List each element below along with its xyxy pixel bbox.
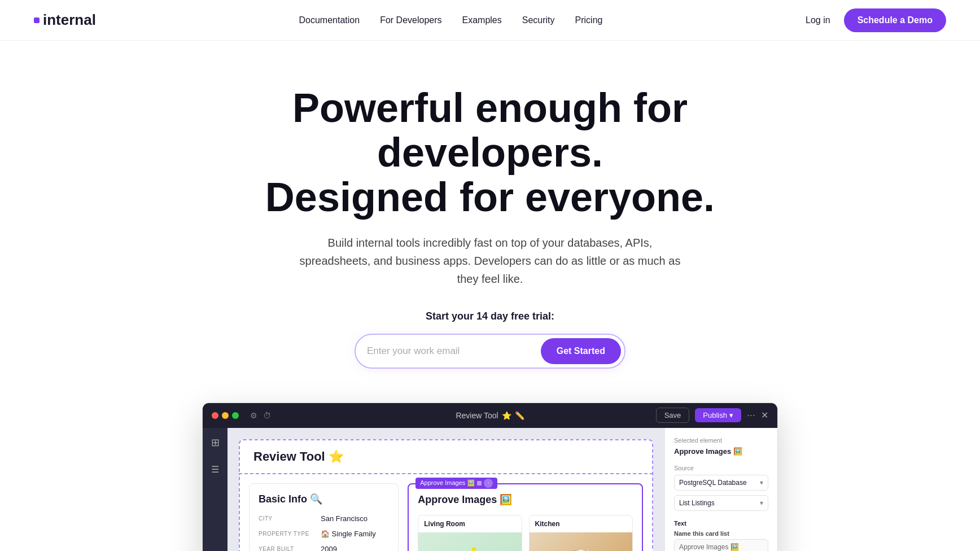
source-section: Source PostgreSQL Database ▾ List Listin… xyxy=(674,465,768,511)
image-card-living-room: Living Room 🛋️ xyxy=(418,515,522,551)
tool-title-icon: ⭐ xyxy=(329,449,344,463)
source-list-value: List Listings xyxy=(679,499,715,507)
titlebar-dots xyxy=(212,412,239,419)
tool-title: Review Tool xyxy=(253,449,325,463)
login-link[interactable]: Log in xyxy=(806,15,830,25)
text-section-label: Text xyxy=(674,520,768,527)
selected-element-section: Selected element Approve Images 🖼️ xyxy=(674,437,768,456)
nav-pricing[interactable]: Pricing xyxy=(575,15,603,25)
email-form: Get Started xyxy=(355,334,625,369)
titlebar-center: Review Tool ⭐ ✏️ xyxy=(456,411,524,420)
panel-tag-text: Approve Images 🖼️ xyxy=(420,479,475,487)
images-grid: Living Room 🛋️ Kitchen 🍽️ xyxy=(418,515,633,551)
canvas-area: Review Tool ⭐ Basic Info 🔍 CITY San Fran… xyxy=(228,428,664,551)
history-icon[interactable]: ⏱ xyxy=(263,411,271,420)
selected-element-label: Selected element xyxy=(674,437,768,444)
publish-button[interactable]: Publish ▾ xyxy=(695,408,741,422)
city-value: San Francisco xyxy=(321,514,368,523)
app-sidebar: ⊞ ☰ xyxy=(203,428,228,551)
kitchen-image: 🍽️ xyxy=(530,532,632,551)
get-started-button[interactable]: Get Started xyxy=(541,338,621,364)
logo-text: internal xyxy=(43,11,96,29)
panel-tag-dot2 xyxy=(477,481,482,486)
text-description: Name this card list xyxy=(674,530,768,537)
nav-for-developers[interactable]: For Developers xyxy=(380,15,441,25)
logo-dot xyxy=(34,18,40,23)
email-input[interactable] xyxy=(367,346,541,357)
dot-yellow xyxy=(222,412,229,419)
approve-title: Approve Images 🖼️ xyxy=(418,493,633,506)
nav-examples[interactable]: Examples xyxy=(462,15,502,25)
year-built-value: 2009 xyxy=(321,545,337,551)
kitchen-label: Kitchen xyxy=(530,515,632,532)
titlebar-more-icon[interactable]: ··· xyxy=(747,409,755,421)
source-db-value: PostgreSQL Database xyxy=(679,479,747,487)
text-section: Text Name this card list Approve Images … xyxy=(674,520,768,551)
app-body: ⊞ ☰ Review Tool ⭐ Basic Info 🔍 CITY xyxy=(203,428,777,551)
approve-images-panel: Approve Images 🖼️ · Approve Images 🖼️ Li… xyxy=(408,483,643,551)
hero-headline: Powerful enough for developers. Designed… xyxy=(236,86,744,220)
gear-icon[interactable]: ⚙ xyxy=(250,411,257,420)
screenshot-wrapper: ⚙ ⏱ Review Tool ⭐ ✏️ Save Publish ▾ ··· … xyxy=(168,403,812,551)
nav-documentation[interactable]: Documentation xyxy=(299,15,360,25)
source-label: Source xyxy=(674,465,768,471)
source-list-dropdown[interactable]: List Listings ▾ xyxy=(674,495,768,511)
right-panel: Selected element Approve Images 🖼️ Sourc… xyxy=(664,428,777,551)
titlebar-title-star: ⭐ xyxy=(502,411,511,420)
schedule-demo-button[interactable]: Schedule a Demo xyxy=(844,8,946,32)
save-button[interactable]: Save xyxy=(656,408,690,423)
source-db-dropdown[interactable]: PostgreSQL Database ▾ xyxy=(674,475,768,491)
nav-security[interactable]: Security xyxy=(522,15,555,25)
close-icon[interactable]: ✕ xyxy=(761,410,768,421)
hero-headline-line2: Designed for everyone. xyxy=(265,174,715,220)
year-built-label: YEAR BUILT xyxy=(259,545,321,551)
dot-red xyxy=(212,412,218,419)
hero-headline-line1: Powerful enough for developers. xyxy=(292,85,688,175)
titlebar: ⚙ ⏱ Review Tool ⭐ ✏️ Save Publish ▾ ··· … xyxy=(203,403,777,428)
panel-tag: Approve Images 🖼️ · xyxy=(415,478,497,489)
canvas-main: Basic Info 🔍 CITY San Francisco PROPERTY… xyxy=(239,474,653,551)
basic-info-title: Basic Info 🔍 xyxy=(259,493,389,505)
living-room-image: 🛋️ xyxy=(418,532,521,551)
image-card-kitchen: Kitchen 🍽️ xyxy=(529,515,633,551)
titlebar-edit-icon[interactable]: ✏️ xyxy=(515,411,524,420)
info-row-city: CITY San Francisco xyxy=(259,514,389,523)
nav-links: Documentation For Developers Examples Se… xyxy=(299,15,603,25)
hero-section: Powerful enough for developers. Designed… xyxy=(0,41,980,403)
basic-info-panel: Basic Info 🔍 CITY San Francisco PROPERTY… xyxy=(249,483,399,551)
logo[interactable]: internal xyxy=(34,11,96,29)
property-type-value: 🏠 Single Family xyxy=(321,530,376,538)
titlebar-left-icons: ⚙ ⏱ xyxy=(250,411,271,420)
info-row-year-built: YEAR BUILT 2009 xyxy=(259,545,389,551)
city-label: CITY xyxy=(259,514,321,523)
living-room-label: Living Room xyxy=(418,515,521,532)
selected-element-value: Approve Images 🖼️ xyxy=(674,447,768,456)
chevron-down-icon-2: ▾ xyxy=(760,499,763,507)
dot-green xyxy=(232,412,239,419)
tool-header: Review Tool ⭐ xyxy=(239,439,653,474)
text-value-field: Approve Images 🖼️ xyxy=(674,539,768,551)
navbar: internal Documentation For Developers Ex… xyxy=(0,0,980,41)
hero-subtext: Build internal tools incredibly fast on … xyxy=(298,234,682,288)
chevron-down-icon: ▾ xyxy=(760,479,763,487)
app-window: ⚙ ⏱ Review Tool ⭐ ✏️ Save Publish ▾ ··· … xyxy=(202,403,778,551)
trial-label: Start your 14 day free trial: xyxy=(11,311,969,322)
sidebar-layers-icon[interactable]: ☰ xyxy=(206,461,224,479)
publish-label: Publish xyxy=(703,411,727,419)
publish-arrow-icon: ▾ xyxy=(729,411,733,419)
property-type-label: PROPERTY TYPE xyxy=(259,530,321,538)
titlebar-right: Save Publish ▾ ··· ✕ xyxy=(656,408,768,423)
sidebar-add-icon[interactable]: ⊞ xyxy=(206,434,224,452)
panel-tag-circle-btn[interactable]: · xyxy=(484,479,493,488)
nav-right: Log in Schedule a Demo xyxy=(806,8,946,32)
info-row-property-type: PROPERTY TYPE 🏠 Single Family xyxy=(259,530,389,538)
titlebar-title: Review Tool xyxy=(456,411,498,420)
